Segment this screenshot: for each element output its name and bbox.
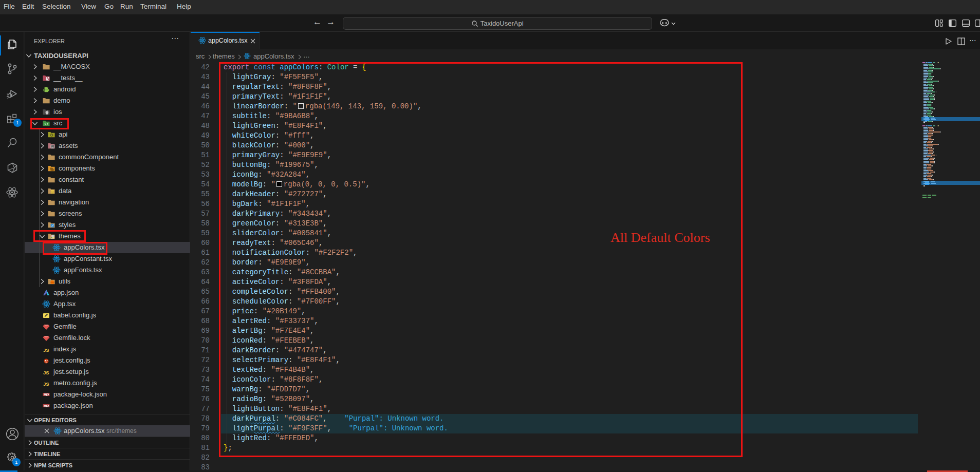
svg-text:JS: JS — [43, 347, 49, 353]
svg-text:JS: JS — [43, 370, 49, 375]
svg-text:JS: JS — [43, 381, 49, 387]
